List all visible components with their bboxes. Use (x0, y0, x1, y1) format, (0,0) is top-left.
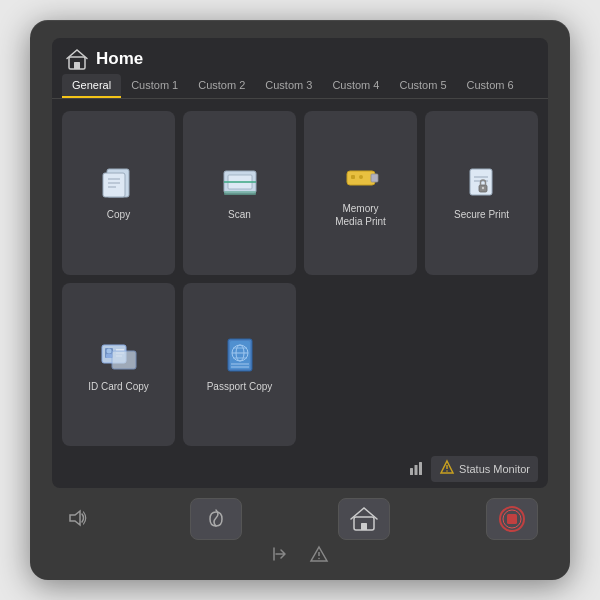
home-button[interactable] (338, 498, 390, 540)
bottom-controls (52, 488, 548, 540)
memory-media-print-label: Memory Media Print (335, 202, 386, 228)
speaker-icon[interactable] (62, 503, 94, 536)
svg-rect-38 (415, 465, 418, 475)
scan-icon (218, 164, 262, 202)
svg-rect-13 (351, 175, 355, 179)
svg-point-19 (481, 187, 483, 189)
home-screen-icon (66, 48, 88, 70)
function-grid: Copy Scan (52, 105, 548, 452)
passport-icon (218, 336, 262, 374)
login-icon[interactable] (272, 546, 290, 566)
id-card-copy-button[interactable]: ID Card Copy (62, 283, 175, 447)
svg-point-14 (359, 175, 363, 179)
screen: Home General Custom 1 Custom 2 Custom 3 … (52, 38, 548, 488)
tab-custom2[interactable]: Custom 2 (188, 74, 255, 98)
status-bar: Status Monitor (52, 452, 548, 488)
id-card-copy-label: ID Card Copy (88, 380, 149, 393)
svg-point-22 (106, 348, 111, 353)
scan-button[interactable]: Scan (183, 111, 296, 275)
svg-rect-39 (419, 462, 422, 475)
passport-copy-button[interactable]: Passport Copy (183, 283, 296, 447)
tab-custom5[interactable]: Custom 5 (389, 74, 456, 98)
svg-marker-43 (70, 511, 80, 525)
svg-rect-45 (361, 523, 367, 530)
svg-rect-1 (74, 62, 80, 69)
tab-custom3[interactable]: Custom 3 (255, 74, 322, 98)
memory-media-print-button[interactable]: Memory Media Print (304, 111, 417, 275)
copy-label: Copy (107, 208, 130, 221)
tab-custom1[interactable]: Custom 1 (121, 74, 188, 98)
screen-title: Home (96, 49, 143, 69)
status-monitor-button[interactable]: Status Monitor (431, 456, 538, 482)
svg-point-51 (318, 558, 320, 560)
scan-label: Scan (228, 208, 251, 221)
secure-print-label: Secure Print (454, 208, 509, 221)
svg-rect-12 (371, 174, 378, 182)
sleep-button[interactable] (190, 498, 242, 540)
svg-rect-3 (103, 173, 125, 197)
copy-button[interactable]: Copy (62, 111, 175, 275)
screen-header: Home (52, 38, 548, 74)
passport-copy-label: Passport Copy (207, 380, 273, 393)
secure-print-icon (460, 164, 504, 202)
svg-rect-23 (106, 354, 112, 358)
svg-rect-27 (112, 351, 136, 369)
tabs-bar: General Custom 1 Custom 2 Custom 3 Custo… (52, 74, 548, 99)
svg-rect-9 (224, 191, 256, 195)
svg-rect-37 (410, 468, 413, 475)
copy-icon (97, 164, 141, 202)
id-card-icon (97, 336, 141, 374)
warning-icon[interactable] (310, 546, 328, 566)
device-body: Home General Custom 1 Custom 2 Custom 3 … (30, 20, 570, 580)
svg-rect-48 (507, 514, 517, 524)
usb-icon (339, 158, 383, 196)
status-monitor-icon (439, 459, 455, 479)
tab-general[interactable]: General (62, 74, 121, 98)
network-icon (407, 460, 425, 479)
secure-print-button[interactable]: Secure Print (425, 111, 538, 275)
svg-point-41 (446, 470, 448, 472)
tab-custom6[interactable]: Custom 6 (457, 74, 524, 98)
tab-custom4[interactable]: Custom 4 (322, 74, 389, 98)
status-monitor-label: Status Monitor (459, 463, 530, 475)
stop-button[interactable] (486, 498, 538, 540)
